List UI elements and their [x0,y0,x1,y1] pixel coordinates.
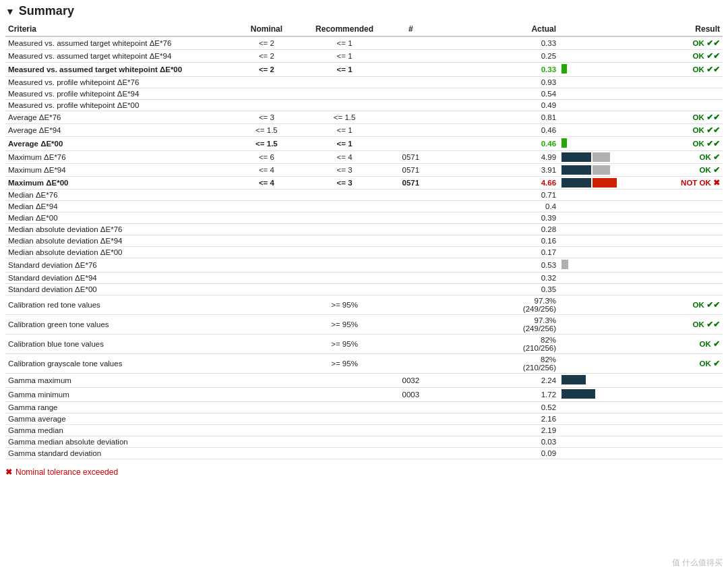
cell-actual: 82% (210/256) [434,354,559,374]
cell-recommended: <= 3 [301,164,387,177]
cell-criteria: Gamma median absolute deviation [5,436,231,448]
cell-actual: 0.46 [434,124,559,137]
cell-criteria: Maximum ΔE*76 [5,151,231,164]
cell-bar [559,63,629,77]
cell-bar [559,413,629,425]
cell-actual: 97.3% (249/256) [434,315,559,335]
cell-actual: 0.49 [434,100,559,111]
cell-hash: 0571 [388,151,434,164]
cell-bar [559,374,629,388]
cell-actual: 0.33 [434,36,559,50]
cell-nominal [231,235,301,247]
cell-bar [559,100,629,111]
cell-hash [388,111,434,124]
cell-nominal [231,88,301,100]
cell-actual: 0.53 [434,258,559,272]
cell-result [629,235,723,247]
footer-icon: ✖ [5,467,12,477]
cell-nominal: <= 1.5 [231,124,301,137]
cell-criteria: Maximum ΔE*00 [5,177,231,190]
table-row: Maximum ΔE*76<= 6<= 405714.99OK ✔ [5,151,723,164]
cell-recommended: >= 95% [301,335,387,354]
cell-criteria: Standard deviation ΔE*00 [5,284,231,295]
cell-recommended [301,100,387,111]
main-container: ▼ Summary Criteria Nominal Recommended #… [0,0,728,574]
cell-result [629,402,723,413]
cell-criteria: Average ΔE*00 [5,137,231,151]
cell-criteria: Standard deviation ΔE*94 [5,272,231,284]
table-row: Average ΔE*76<= 3<= 1.50.81OK ✔✔ [5,111,723,124]
table-row: Gamma minimum00031.72 [5,388,723,402]
cell-nominal: <= 4 [231,177,301,190]
cell-result: OK ✔✔ [629,63,723,77]
cell-bar [559,235,629,247]
cell-criteria: Median ΔE*76 [5,190,231,201]
cell-criteria: Average ΔE*76 [5,111,231,124]
cell-hash [388,295,434,315]
cell-criteria: Calibration red tone values [5,295,231,315]
cell-criteria: Measured vs. assumed target whitepoint Δ… [5,63,231,77]
cell-nominal: <= 6 [231,151,301,164]
cell-actual: 1.72 [434,388,559,402]
cell-actual: 0.46 [434,137,559,151]
cell-bar [559,177,629,190]
cell-result [629,258,723,272]
cell-bar [559,201,629,212]
cell-hash [388,247,434,258]
cell-hash [388,272,434,284]
cell-criteria: Calibration blue tone values [5,335,231,354]
cell-actual: 0.09 [434,448,559,459]
cell-recommended [301,425,387,436]
table-row: Measured vs. assumed target whitepoint Δ… [5,63,723,77]
cell-hash [388,201,434,212]
cell-result: OK ✔✔ [629,36,723,50]
cell-criteria: Median ΔE*00 [5,212,231,224]
cell-recommended [301,448,387,459]
table-row: Gamma range0.52 [5,402,723,413]
cell-actual: 0.54 [434,88,559,100]
cell-nominal [231,100,301,111]
cell-actual: 0.71 [434,190,559,201]
cell-criteria: Measured vs. profile whitepoint ΔE*94 [5,88,231,100]
cell-result [629,448,723,459]
summary-table: Criteria Nominal Recommended # Actual Re… [5,22,723,459]
cell-bar [559,36,629,50]
cell-bar [559,284,629,295]
cell-actual: 2.16 [434,413,559,425]
table-row: Median absolute deviation ΔE*000.17 [5,247,723,258]
cell-hash [388,50,434,63]
table-row: Gamma median absolute deviation0.03 [5,436,723,448]
cell-criteria: Measured vs. assumed target whitepoint Δ… [5,36,231,50]
cell-hash [388,448,434,459]
cell-criteria: Median ΔE*94 [5,201,231,212]
table-row: Average ΔE*94<= 1.5<= 10.46OK ✔✔ [5,124,723,137]
table-row: Gamma maximum00322.24 [5,374,723,388]
cell-recommended [301,272,387,284]
summary-label: Summary [19,4,74,18]
cell-bar [559,124,629,137]
cell-bar [559,190,629,201]
cell-recommended: >= 95% [301,315,387,335]
cell-bar [559,258,629,272]
cell-result [629,212,723,224]
cell-hash [388,100,434,111]
cell-criteria: Standard deviation ΔE*76 [5,258,231,272]
cell-nominal [231,284,301,295]
cell-actual: 0.4 [434,201,559,212]
summary-title: ▼ Summary [5,4,723,18]
table-row: Median ΔE*760.71 [5,190,723,201]
collapse-icon[interactable]: ▼ [5,6,15,17]
cell-bar [559,247,629,258]
cell-hash [388,212,434,224]
cell-hash [388,124,434,137]
cell-actual: 2.24 [434,374,559,388]
cell-result [629,272,723,284]
cell-recommended [301,224,387,235]
cell-bar [559,88,629,100]
cell-recommended [301,413,387,425]
cell-result: OK ✔✔ [629,111,723,124]
cell-bar [559,137,629,151]
cell-nominal [231,224,301,235]
table-row: Standard deviation ΔE*940.32 [5,272,723,284]
cell-bar [559,111,629,124]
